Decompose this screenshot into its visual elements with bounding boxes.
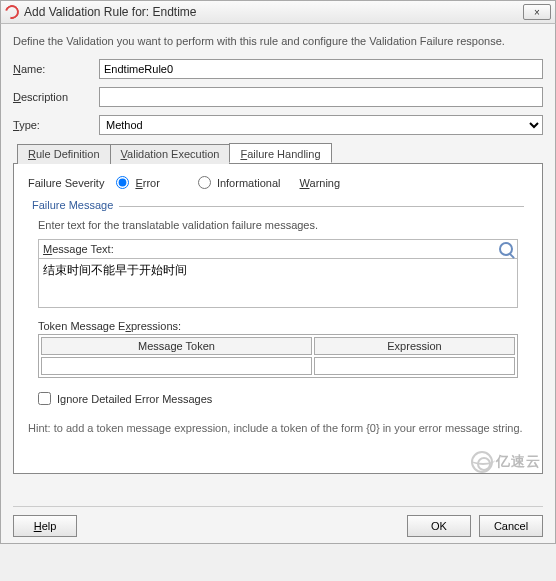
ignore-detailed-checkbox[interactable] — [38, 392, 51, 405]
watermark-icon — [471, 451, 493, 473]
dialog-body: Define the Validation you want to perfor… — [0, 24, 556, 544]
tab-failure-handling[interactable]: Failure Handling — [229, 143, 331, 163]
footer: Help OK Cancel — [13, 506, 543, 537]
ok-button[interactable]: OK — [407, 515, 471, 537]
ignore-detailed-label: Ignore Detailed Error Messages — [57, 393, 212, 405]
radio-error[interactable] — [116, 176, 129, 189]
token-expressions-label: Token Message Expressions: — [38, 320, 518, 332]
enter-text-hint: Enter text for the translatable validati… — [38, 219, 518, 231]
message-text-label: Message Text: — [43, 243, 114, 255]
titlebar: Add Validation Rule for: Endtime × — [0, 0, 556, 24]
name-label: Name: — [13, 63, 91, 75]
description-label: Description — [13, 91, 91, 103]
type-select[interactable]: Method — [99, 115, 543, 135]
column-expression: Expression — [314, 337, 515, 355]
tab-rule-definition[interactable]: Rule Definition — [17, 144, 111, 164]
severity-label: Failure Severity — [28, 177, 104, 189]
tabs-container: Rule Definition Validation Execution Fai… — [13, 143, 543, 474]
intro-text: Define the Validation you want to perfor… — [13, 34, 543, 49]
help-button[interactable]: Help — [13, 515, 77, 537]
type-label: Type: — [13, 119, 91, 131]
radio-warning-label: Informational Warning — [217, 177, 356, 189]
failure-message-heading: Failure Message — [32, 199, 113, 211]
cancel-button[interactable]: Cancel — [479, 515, 543, 537]
close-button[interactable]: × — [523, 4, 551, 20]
message-textarea[interactable] — [38, 258, 518, 308]
token-table[interactable]: Message Token Expression — [38, 334, 518, 378]
radio-warning[interactable] — [198, 176, 211, 189]
column-message-token: Message Token — [41, 337, 312, 355]
radio-error-label: Error — [135, 177, 175, 189]
watermark: 亿速云 — [471, 451, 541, 473]
app-logo-icon — [2, 2, 21, 21]
tab-validation-execution[interactable]: Validation Execution — [110, 144, 231, 164]
name-input[interactable] — [99, 59, 543, 79]
tab-panel-failure-handling: Failure Severity Error Informational War… — [13, 164, 543, 474]
search-icon[interactable] — [499, 242, 513, 256]
token-hint-text: Hint: to add a token message expression,… — [28, 421, 528, 436]
close-icon: × — [534, 7, 540, 18]
dialog-title: Add Validation Rule for: Endtime — [24, 5, 197, 19]
description-input[interactable] — [99, 87, 543, 107]
